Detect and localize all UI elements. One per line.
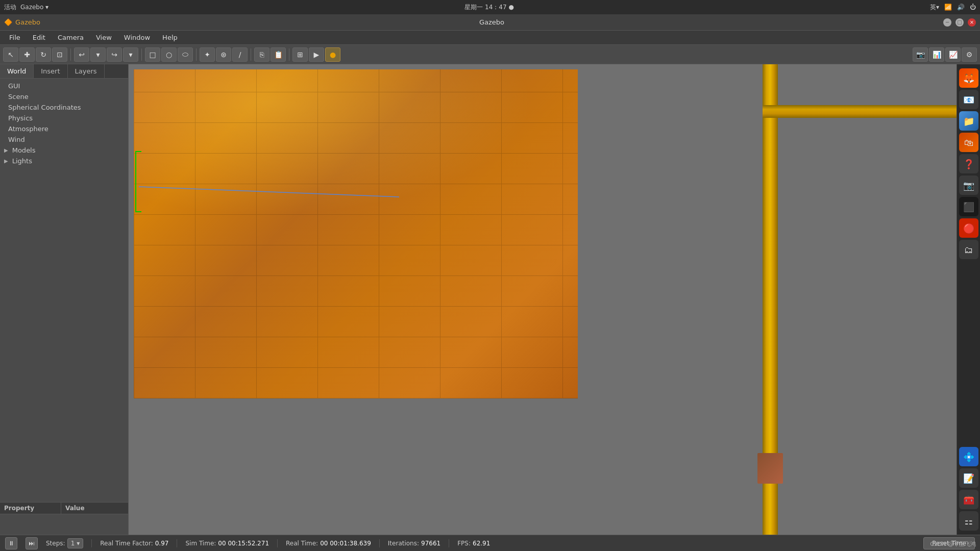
help-icon[interactable]: ❓ bbox=[959, 154, 978, 173]
directional-light-button[interactable]: / bbox=[232, 47, 248, 62]
sphere-shape-button[interactable]: ○ bbox=[161, 47, 177, 62]
lights-arrow-icon: ▶ bbox=[4, 158, 8, 164]
activities-label[interactable]: 活动 bbox=[4, 3, 16, 12]
undo-button[interactable]: ↩ bbox=[74, 47, 89, 62]
vscodium-icon[interactable]: 💠 bbox=[959, 447, 978, 466]
app-title-label: Gazebo bbox=[15, 18, 40, 26]
copy-button[interactable]: ⎘ bbox=[254, 47, 270, 62]
camera-icon[interactable]: 📷 bbox=[959, 176, 978, 195]
iterations-label: Iterations: bbox=[388, 540, 419, 547]
screenshot-button[interactable]: 📷 bbox=[913, 47, 928, 62]
ubuntu-software-icon[interactable]: 🛍 bbox=[959, 133, 978, 152]
libreoffice-icon[interactable]: 📝 bbox=[959, 468, 978, 488]
tree-item-scene[interactable]: Scene bbox=[0, 91, 128, 102]
app-name-label[interactable]: Gazebo ▾ bbox=[20, 4, 48, 11]
tree-item-gui[interactable]: GUI bbox=[0, 81, 128, 91]
steps-value-control[interactable]: 1 ▾ bbox=[67, 538, 84, 548]
menu-window[interactable]: Window bbox=[119, 33, 155, 42]
tree-item-atmosphere[interactable]: Atmosphere bbox=[0, 123, 128, 134]
tree-item-physics[interactable]: Physics bbox=[0, 113, 128, 123]
menu-help[interactable]: Help bbox=[157, 33, 183, 42]
right-panel bbox=[752, 64, 957, 535]
property-header: Property Value bbox=[0, 503, 128, 514]
files-icon[interactable]: 📁 bbox=[959, 111, 978, 131]
orange-indicator-button[interactable]: ● bbox=[325, 47, 340, 62]
property-col-name: Property bbox=[0, 503, 61, 514]
close-button[interactable]: × bbox=[968, 18, 976, 27]
sim-time-value: 00 00:15:52.271 bbox=[218, 540, 269, 547]
toolbox-icon[interactable]: 🧰 bbox=[959, 490, 978, 509]
power-icon[interactable]: ⏻ bbox=[970, 4, 976, 11]
models-arrow-icon: ▶ bbox=[4, 147, 8, 153]
step-button[interactable]: ⏭ bbox=[26, 537, 38, 549]
tree-item-spherical-coordinates[interactable]: Spherical Coordinates bbox=[0, 102, 128, 113]
system-bar: 活动 Gazebo ▾ 星期一 14：47 ● 英▾ 📶 🔊 ⏻ bbox=[0, 0, 980, 14]
align-button[interactable]: ⊞ bbox=[292, 47, 308, 62]
toolbar-sep-1 bbox=[70, 48, 71, 61]
iterations-value: 97661 bbox=[421, 540, 440, 547]
scale-tool-button[interactable]: ⊡ bbox=[52, 47, 67, 62]
tab-world[interactable]: World bbox=[0, 64, 34, 78]
brown-box bbox=[757, 453, 783, 484]
terminal-icon[interactable]: ⬛ bbox=[959, 197, 978, 216]
sound-icon[interactable]: 🔊 bbox=[957, 4, 965, 11]
tree-item-lights[interactable]: ▶ Lights bbox=[0, 156, 128, 166]
fps-value: 62.91 bbox=[473, 540, 490, 547]
floor-lines bbox=[134, 69, 578, 398]
app-window: 🔶 Gazebo Gazebo − □ × File Edit Camera V… bbox=[0, 14, 980, 551]
system-bar-left: 活动 Gazebo ▾ bbox=[4, 3, 48, 12]
graph-button[interactable]: 📈 bbox=[945, 47, 961, 62]
sidebar-tree: GUI Scene Spherical Coordinates Physics … bbox=[0, 79, 128, 502]
system-bar-clock: 星期一 14：47 ● bbox=[464, 3, 514, 12]
cylinder-shape-button[interactable]: ⬭ bbox=[178, 47, 193, 62]
undo-dropdown-button[interactable]: ▾ bbox=[90, 47, 106, 62]
toolbar-sep-3 bbox=[196, 48, 197, 61]
status-sep-4 bbox=[379, 539, 380, 547]
measurement-line bbox=[134, 182, 414, 202]
email-icon[interactable]: 📧 bbox=[959, 90, 978, 109]
status-sep-2 bbox=[177, 539, 177, 547]
select-tool-button[interactable]: ↖ bbox=[3, 47, 18, 62]
tab-insert[interactable]: Insert bbox=[34, 64, 67, 78]
sidebar: World Insert Layers GUI Scene Spherical … bbox=[0, 64, 129, 535]
status-sep-5 bbox=[449, 539, 449, 547]
status-sep-3 bbox=[277, 539, 278, 547]
paste-button[interactable]: 📋 bbox=[271, 47, 286, 62]
fps-item: FPS: 62.91 bbox=[457, 540, 490, 547]
menu-camera[interactable]: Camera bbox=[53, 33, 89, 42]
minimize-button[interactable]: − bbox=[943, 18, 951, 27]
steps-label: Steps: bbox=[46, 540, 65, 547]
point-light-button[interactable]: ✦ bbox=[200, 47, 215, 62]
sidebar-tabs: World Insert Layers bbox=[0, 64, 128, 79]
tab-layers[interactable]: Layers bbox=[68, 64, 105, 78]
property-col-value: Value bbox=[61, 503, 89, 514]
spot-light-button[interactable]: ⊛ bbox=[216, 47, 231, 62]
tree-item-models[interactable]: ▶ Models bbox=[0, 145, 128, 156]
redo-button[interactable]: ↪ bbox=[107, 47, 122, 62]
apps-grid-icon[interactable]: ⚏ bbox=[959, 511, 978, 531]
layers-icon[interactable]: 🗂 bbox=[959, 240, 978, 259]
lang-selector[interactable]: 英▾ bbox=[930, 3, 939, 12]
pause-button[interactable]: ⏸ bbox=[5, 537, 17, 549]
tree-item-wind[interactable]: Wind bbox=[0, 134, 128, 145]
status-sep-1 bbox=[91, 539, 92, 547]
atmosphere-label: Atmosphere bbox=[8, 125, 48, 133]
plot-button[interactable]: 📊 bbox=[929, 47, 944, 62]
scene-label: Scene bbox=[8, 93, 29, 101]
menu-file[interactable]: File bbox=[4, 33, 26, 42]
redo-dropdown-button[interactable]: ▾ bbox=[123, 47, 138, 62]
firefox-icon[interactable]: 🦊 bbox=[959, 68, 978, 88]
title-bar-left: 🔶 Gazebo bbox=[4, 18, 40, 26]
menu-edit[interactable]: Edit bbox=[28, 33, 51, 42]
fps-label: FPS: bbox=[457, 540, 471, 547]
record-button[interactable]: ▶ bbox=[309, 47, 324, 62]
steps-dropdown-icon[interactable]: ▾ bbox=[77, 540, 80, 547]
rotate-tool-button[interactable]: ↻ bbox=[36, 47, 51, 62]
maximize-button[interactable]: □ bbox=[955, 18, 964, 27]
gazebo-runner-icon[interactable]: 🔴 bbox=[959, 218, 978, 238]
view-settings-button[interactable]: ⚙ bbox=[962, 47, 977, 62]
box-shape-button[interactable]: □ bbox=[145, 47, 160, 62]
viewport[interactable] bbox=[129, 64, 957, 535]
translate-tool-button[interactable]: ✚ bbox=[19, 47, 35, 62]
menu-view[interactable]: View bbox=[91, 33, 117, 42]
